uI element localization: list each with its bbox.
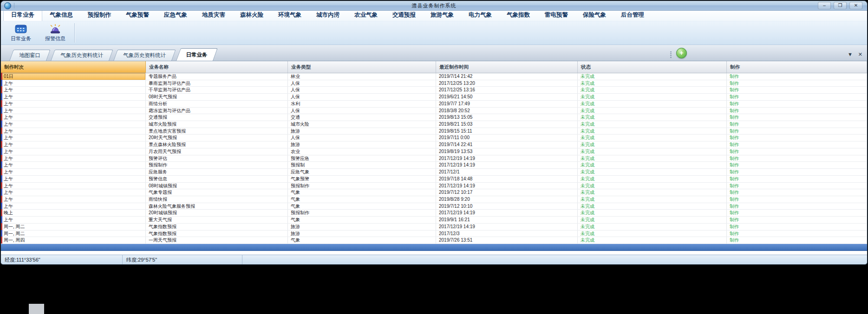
make-action-link[interactable]: 制作 [727,210,867,216]
make-action-link[interactable]: 制作 [727,162,867,168]
table-row[interactable]: 周一, 周二气象指数预报旅游2017/12/19 14:19未完成制作 [1,224,867,231]
make-action-link[interactable]: 制作 [727,141,867,148]
table-row[interactable]: 上午08时城镇预报预报制作2017/12/19 14:19未完成制作 [1,183,867,190]
make-action-link[interactable]: 制作 [727,108,867,114]
tab-dropdown-icon[interactable]: ▼ [848,52,853,57]
menu-tab-1[interactable]: 气象信息 [42,10,80,21]
table-row[interactable]: 晚上20时城镇预报预报制作2017/12/19 14:19未完成制作 [1,210,867,217]
ribbon-button-label: 日常业务 [11,35,31,42]
column-header-3[interactable]: 最近制作时间 [436,61,578,73]
table-row[interactable]: 上午月农用天气预报农业2019/8/19 13:53未完成制作 [1,148,867,155]
table-cell: 上午 [1,189,146,196]
make-action-link[interactable]: 制作 [727,217,867,223]
table-cell: 未完成 [578,121,727,128]
menu-tab-12[interactable]: 电力气象 [461,10,499,21]
document-tab-1[interactable]: 气象历史资料统计 [51,50,113,61]
table-row[interactable]: 上午交通预报交通2019/8/13 15:05未完成制作 [1,114,867,121]
menu-bar: 日常业务气象信息预报制作气象预警应急气象地质灾害森林火险环境气象城市内涝农业气象… [1,11,867,21]
make-action-link[interactable]: 制作 [727,203,867,210]
make-action-link[interactable]: 制作 [727,87,867,93]
make-action-link[interactable]: 制作 [727,176,867,182]
ribbon-button-daily-business[interactable]: 日常业务 [4,21,38,45]
menu-tab-11[interactable]: 旅游气象 [423,10,461,21]
column-header-1[interactable]: 业务名称 [146,61,288,73]
maximize-button[interactable]: ❐ [834,2,847,9]
make-action-link[interactable]: 制作 [727,148,867,155]
menu-tab-13[interactable]: 气象指数 [499,10,537,21]
make-action-link[interactable]: 制作 [727,237,867,244]
table-cell: 上午 [1,203,146,210]
column-header-4[interactable]: 状态 [578,61,727,73]
table-cell: 气象 [288,203,436,210]
make-action-link[interactable]: 制作 [727,94,867,100]
document-tab-3[interactable]: 日常业务 [176,48,218,61]
table-row[interactable]: 上午雨情分析水利2019/7/7 17:49未完成制作 [1,101,867,108]
table-row[interactable]: 上午森林火险气象服务预报气象2019/7/12 10:10未完成制作 [1,203,867,210]
table-row[interactable]: 周一, 周四一周天气预报气象2019/7/26 13:51未完成制作 [1,237,867,244]
make-action-link[interactable]: 制作 [727,128,867,135]
close-button[interactable]: ✕ [849,2,862,9]
menu-tab-15[interactable]: 保险气象 [575,10,613,21]
table-row[interactable]: 上午应急服务应急气象2017/12/1未完成制作 [1,169,867,176]
table-cell: 01日 [1,73,146,80]
selected-empty-row[interactable] [1,244,867,251]
make-action-link[interactable]: 制作 [727,169,867,175]
menu-tab-5[interactable]: 地质灾害 [195,10,233,21]
make-action-link[interactable]: 制作 [727,101,867,107]
menu-tab-16[interactable]: 后台管理 [613,10,652,21]
table-row[interactable]: 上午预警评估预警应急2017/12/19 14:19未完成制作 [1,155,867,162]
column-header-5[interactable]: 制作 [727,61,867,73]
table-row[interactable]: 01日专题服务产品林业2019/7/14 21:42未完成制作 [1,73,867,80]
table-row[interactable]: 周一, 周二气象指数预报旅游2017/12/3未完成制作 [1,231,867,237]
table-row[interactable]: 上午城市火险预报城市火险2019/8/21 15:03未完成制作 [1,121,867,128]
column-header-0[interactable]: 制作时次 [1,61,146,73]
add-tab-button[interactable]: + [676,48,687,58]
table-row[interactable]: 上午气象专题报气象2019/7/12 10:17未完成制作 [1,189,867,196]
table-row[interactable]: 上午08时天气预报人保2019/6/21 14:50未完成制作 [1,94,867,101]
menu-tab-8[interactable]: 城市内涝 [309,10,347,21]
make-action-link[interactable]: 制作 [727,189,867,196]
table-row[interactable]: 上午预报制作预报制2017/12/19 14:19未完成制作 [1,162,867,169]
document-tab-0[interactable]: 地图窗口 [9,50,51,61]
minimize-button[interactable]: – [818,2,831,9]
table-row[interactable]: 上午干旱监测与评估产品人保2017/12/25 13:16未完成制作 [1,87,867,94]
make-action-link[interactable]: 制作 [727,121,867,128]
ribbon-button-alarm-info[interactable]: 报警信息 [38,21,72,45]
make-action-link[interactable]: 制作 [727,196,867,203]
table-row[interactable]: 上午雨情快报气象2019/8/28 9:20未完成制作 [1,196,867,203]
tab-close-icon[interactable]: ✕ [858,52,862,57]
table-row[interactable]: 上午景点地质灾害预报旅游2019/8/15 15:11未完成制作 [1,128,867,135]
menu-tab-4[interactable]: 应急气象 [157,10,195,21]
table-cell: 气象指数预报 [146,224,288,230]
menu-tab-7[interactable]: 环境气象 [271,10,309,21]
table-cell: 上午 [1,121,146,128]
menu-tab-9[interactable]: 农业气象 [347,10,385,21]
table-row[interactable]: 上午预警信息气象预警2019/7/18 14:48未完成制作 [1,176,867,183]
make-action-link[interactable]: 制作 [727,135,867,141]
table-cell: 上午 [1,108,146,114]
table-row[interactable]: 上午霜冻监测与评估产品人保2018/3/8 20:52未完成制作 [1,108,867,115]
make-action-link[interactable]: 制作 [727,183,867,189]
menu-tab-3[interactable]: 气象预警 [118,10,157,21]
table-row[interactable]: 上午重大天气报气象2019/9/1 16:21未完成制作 [1,217,867,224]
make-action-link[interactable]: 制作 [727,80,867,87]
document-tab-2[interactable]: 气象历史资料统计 [113,50,176,61]
table-cell: 08时城镇预报 [146,183,288,189]
make-action-link[interactable]: 制作 [727,224,867,230]
make-action-link[interactable]: 制作 [727,73,867,80]
menu-tab-10[interactable]: 交通预报 [385,10,423,21]
row-marker [1,121,2,128]
menu-tab-0[interactable]: 日常业务 [3,9,42,21]
table-cell: 2019/9/1 16:21 [436,217,578,223]
table-row[interactable]: 上午景点森林火险预报旅游2019/7/14 22:41未完成制作 [1,141,867,148]
make-action-link[interactable]: 制作 [727,231,867,237]
table-row[interactable]: 上午20时天气预报人保2019/7/11 0:00未完成制作 [1,135,867,141]
table-row[interactable]: 上午暴雨监测与评估产品人保2017/12/25 13:20未完成制作 [1,80,867,87]
menu-tab-2[interactable]: 预报制作 [80,10,118,21]
menu-tab-14[interactable]: 雷电预警 [537,10,575,21]
table-cell: 2019/8/13 15:05 [436,114,578,121]
make-action-link[interactable]: 制作 [727,155,867,162]
menu-tab-6[interactable]: 森林火险 [233,10,271,21]
make-action-link[interactable]: 制作 [727,114,867,121]
column-header-2[interactable]: 业务类型 [288,61,436,73]
